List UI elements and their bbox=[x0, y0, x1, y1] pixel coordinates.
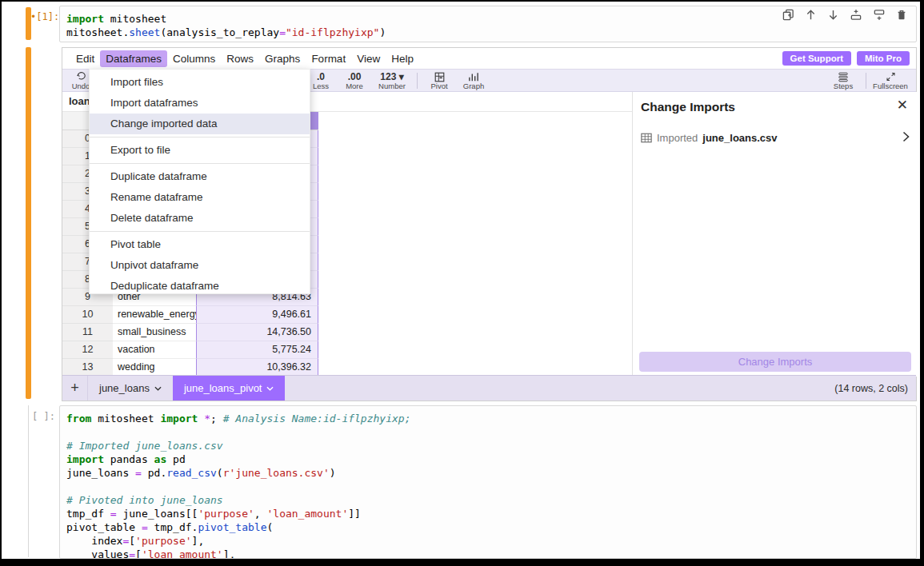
row-index-cell[interactable]: 12 bbox=[62, 341, 113, 359]
taskpane-title: Change Imports bbox=[641, 100, 735, 114]
code-line: june_loans = pd.read_csv(r'june_loans.cs… bbox=[66, 466, 910, 480]
purpose-cell[interactable]: wedding bbox=[113, 359, 196, 377]
close-taskpane-icon[interactable]: ✕ bbox=[897, 98, 908, 113]
menu-item-deduplicate-dataframe[interactable]: Deduplicate dataframe bbox=[90, 276, 310, 297]
toolbar-separator bbox=[417, 73, 418, 89]
move-cell-down-icon[interactable] bbox=[827, 9, 839, 21]
row-index-cell[interactable]: 13 bbox=[62, 359, 113, 377]
chevron-down-icon bbox=[266, 386, 274, 391]
sheet-tab-label: june_loans_pivot bbox=[184, 382, 262, 394]
code-line: # Imported june_loans.csv bbox=[66, 439, 910, 452]
duplicate-cell-icon[interactable] bbox=[782, 9, 794, 21]
graph-button[interactable]: Graph bbox=[458, 70, 490, 91]
code-line: tmp_df = june_loans[['purpose', 'loan_am… bbox=[66, 507, 910, 520]
loan-amount-cell[interactable]: 14,736.50 bbox=[196, 324, 318, 341]
chevron-down-icon bbox=[154, 386, 162, 391]
mito-pro-button[interactable]: Mito Pro bbox=[857, 51, 910, 66]
imported-file-item[interactable]: Imported june_loans.csv bbox=[641, 129, 910, 146]
menu-view[interactable]: View bbox=[351, 50, 386, 67]
delete-cell-icon[interactable] bbox=[896, 9, 907, 21]
fullscreen-button[interactable]: Fullscreen bbox=[870, 70, 911, 91]
sheet-tab-june_loans[interactable]: june_loans bbox=[88, 376, 173, 401]
menu-item-change-imported-data[interactable]: Change imported data bbox=[90, 114, 310, 134]
menu-columns[interactable]: Columns bbox=[167, 50, 221, 67]
menu-edit[interactable]: Edit bbox=[70, 50, 100, 67]
format-less-decimals-button[interactable]: .0 Less bbox=[306, 70, 335, 91]
menu-item-rename-dataframe[interactable]: Rename dataframe bbox=[90, 187, 310, 208]
purpose-cell[interactable]: small_business bbox=[113, 324, 196, 341]
insert-cell-below-icon[interactable] bbox=[873, 9, 886, 21]
sheet-tab-bar: + june_loansjune_loans_pivot (14 rows, 2… bbox=[62, 375, 916, 401]
loan-amount-cell[interactable]: 5,775.24 bbox=[196, 341, 318, 359]
insert-cell-above-icon[interactable] bbox=[850, 9, 862, 21]
menu-graphs[interactable]: Graphs bbox=[259, 50, 306, 67]
number-format-dropdown[interactable]: 123 ▾ Number bbox=[373, 70, 411, 91]
fullscreen-icon bbox=[886, 72, 896, 82]
menu-item-delete-dataframe[interactable]: Delete dataframe bbox=[90, 208, 310, 229]
code-line: index=['purpose'], bbox=[66, 534, 910, 548]
row-col-count: (14 rows, 2 cols) bbox=[834, 376, 916, 401]
menu-divider bbox=[90, 137, 310, 138]
purpose-cell[interactable]: vacation bbox=[113, 341, 196, 359]
code-line: # Pivoted into june_loans bbox=[66, 493, 910, 507]
row-index-cell[interactable]: 11 bbox=[62, 324, 113, 341]
dataframe-icon bbox=[641, 133, 652, 143]
empty-execution-prompt: [ ]: bbox=[32, 411, 55, 422]
code-line: pivot_table = tmp_df.pivot_table( bbox=[66, 520, 910, 534]
menu-item-pivot-table[interactable]: Pivot table bbox=[90, 234, 310, 255]
menu-item-import-files[interactable]: Import files bbox=[90, 72, 310, 93]
inactive-cell-indicator bbox=[28, 405, 29, 557]
code-line: mitosheet.sheet(analysis_to_replay="id-i… bbox=[66, 26, 910, 39]
menu-item-duplicate-dataframe[interactable]: Duplicate dataframe bbox=[90, 166, 310, 187]
menu-item-import-dataframes[interactable]: Import dataframes bbox=[90, 93, 310, 114]
graph-icon bbox=[468, 72, 479, 82]
steps-button[interactable]: Steps bbox=[828, 70, 858, 91]
code-line: values=['loan_amount'], bbox=[66, 548, 910, 559]
loan-amount-cell[interactable]: 10,396.32 bbox=[196, 359, 318, 377]
menu-item-export-to-file[interactable]: Export to file bbox=[90, 140, 310, 161]
menu-rows[interactable]: Rows bbox=[221, 50, 259, 67]
purpose-cell[interactable]: renewable_energy bbox=[113, 306, 196, 324]
steps-icon bbox=[838, 72, 849, 82]
pivot-button[interactable]: Pivot bbox=[424, 70, 454, 91]
mito-menu-bar: EditDataframesColumnsRowsGraphsFormatVie… bbox=[62, 48, 916, 69]
cell-toolbar bbox=[782, 9, 907, 21]
code-line: import pandas as pd bbox=[66, 452, 910, 466]
menu-help[interactable]: Help bbox=[386, 50, 419, 67]
code-line bbox=[66, 425, 910, 439]
menu-divider bbox=[90, 231, 310, 232]
add-sheet-button[interactable]: + bbox=[62, 376, 88, 401]
code-line bbox=[66, 480, 910, 493]
move-cell-up-icon[interactable] bbox=[805, 9, 817, 21]
menu-bar-right: Get Support Mito Pro bbox=[782, 51, 916, 66]
table-row: 11small_business14,736.50 bbox=[62, 324, 318, 341]
undo-icon bbox=[76, 72, 86, 82]
code-line: from mitosheet import *; # Analysis Name… bbox=[66, 412, 910, 425]
notebook-page: •[1]: import mitosheetmitosheet.sheet(an… bbox=[2, 2, 920, 559]
menu-dataframes[interactable]: Dataframes bbox=[100, 50, 167, 67]
sheet-tab-label: june_loans bbox=[99, 382, 150, 394]
dataframes-dropdown-menu: Import filesImport dataframesChange impo… bbox=[89, 69, 310, 294]
sheet-tab-june_loans_pivot[interactable]: june_loans_pivot bbox=[173, 376, 286, 401]
loan-amount-cell[interactable]: 9,496.61 bbox=[196, 306, 318, 324]
menu-format[interactable]: Format bbox=[306, 50, 351, 67]
code-cell3-content[interactable]: from mitosheet import *; # Analysis Name… bbox=[60, 406, 916, 559]
table-row: 12vacation5,775.24 bbox=[62, 341, 318, 359]
format-more-decimals-button[interactable]: .00 More bbox=[339, 70, 370, 91]
change-imports-taskpane: Change Imports ✕ Imported june_loans.csv… bbox=[633, 92, 918, 377]
chevron-right-icon bbox=[902, 131, 910, 145]
toolbar-separator bbox=[866, 73, 866, 89]
execution-prompt: •[1]: bbox=[30, 11, 59, 22]
change-imports-submit-button[interactable]: Change Imports bbox=[639, 352, 911, 372]
table-row: 13wedding10,396.32 bbox=[62, 359, 318, 377]
code-cell-input[interactable]: from mitosheet import *; # Analysis Name… bbox=[59, 405, 917, 559]
pivot-icon bbox=[434, 72, 445, 82]
menu-item-unpivot-dataframe[interactable]: Unpivot dataframe bbox=[90, 255, 310, 276]
table-row: 10renewable_energy9,496.61 bbox=[62, 306, 318, 324]
get-support-button[interactable]: Get Support bbox=[782, 51, 851, 66]
mitosheet-widget: EditDataframesColumnsRowsGraphsFormatVie… bbox=[62, 47, 917, 401]
menu-divider bbox=[90, 163, 310, 164]
row-index-cell[interactable]: 10 bbox=[62, 306, 113, 324]
active-cell-indicator-mito bbox=[26, 47, 31, 399]
